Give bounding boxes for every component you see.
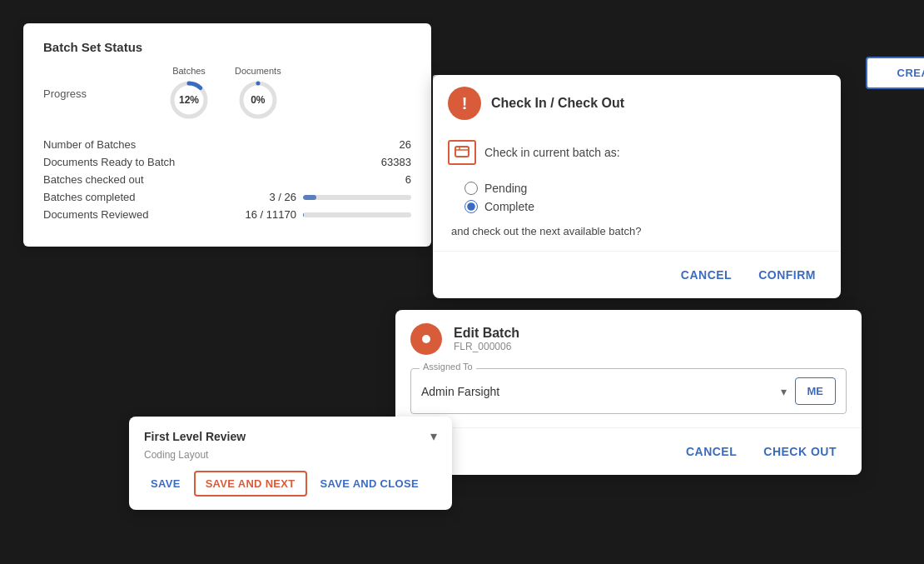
stat-value-1: 63383 [381,156,411,168]
progress-label: Progress [43,87,118,100]
save-button[interactable]: SAVE [144,472,187,495]
coding-layout-label: Coding Layout [144,449,437,461]
batches-label: Batches [172,66,206,76]
progress-circles: Batches 12% Documents 0% [168,66,281,121]
edit-batch-cancel-button[interactable]: CANCEL [676,438,747,465]
and-checkout-text: and check out the next available batch? [448,225,826,237]
save-and-next-button[interactable]: SAVE AND NEXT [194,471,307,497]
edit-batch-dialog: Edit Batch FLR_000006 Assigned To Admin … [395,310,862,475]
edit-batch-header: Edit Batch FLR_000006 [395,310,862,365]
batches-percent: 12% [179,94,199,106]
review-action-buttons: SAVE SAVE AND NEXT SAVE AND CLOSE [144,471,437,497]
documents-circle-group: Documents 0% [235,66,281,121]
assigned-name: Admin Farsight [421,385,499,398]
stat-row-checked-out: Batches checked out 6 [43,171,411,188]
stat-value-3: 3 / 26 [269,191,411,203]
batches-bar-fill [303,195,316,200]
edit-batch-checkout-button[interactable]: CHECK OUT [753,438,847,465]
review-expand-button[interactable]: ▾ [430,428,437,444]
docs-bar-fill [303,212,304,217]
svg-rect-4 [455,147,469,157]
chevron-down-icon: ▾ [781,385,787,398]
radio-options: Pending Complete [464,182,826,213]
assigned-to-row: Admin Farsight ▾ ME [421,377,836,405]
batch-status-card: Batch Set Status Progress Batches 12% Do… [23,23,431,247]
stat-label-4: Documents Reviewed [43,208,148,221]
documents-label: Documents [235,66,281,76]
checkin-dialog-title: Check In / Check Out [491,96,624,111]
edit-batch-title: Edit Batch [454,326,519,341]
assigned-select[interactable]: Admin Farsight ▾ [421,385,787,398]
stat-label-3: Batches completed [43,191,136,203]
documents-donut: 0% [237,79,279,121]
docs-bar [303,212,411,217]
radio-complete-input[interactable] [464,200,478,213]
stat-row-docs-ready: Documents Ready to Batch 63383 [43,153,411,171]
edit-batch-subtitle: FLR_000006 [454,341,519,352]
stat-label-1: Documents Ready to Batch [43,156,175,168]
checkin-cancel-button[interactable]: CANCEL [671,262,742,288]
edit-batch-title-group: Edit Batch FLR_000006 [454,326,519,352]
edit-batch-footer: CANCEL CHECK OUT [395,427,862,475]
dot-icon [422,335,430,343]
checkin-dialog-body: Check in current batch as: Pending Compl… [433,130,841,251]
edit-batch-body: Assigned To Admin Farsight ▾ ME [395,365,862,427]
stat-label-2: Batches checked out [43,173,144,186]
radio-complete-label: Complete [484,200,534,213]
stat-row-completed: Batches completed 3 / 26 [43,188,411,206]
edit-batch-icon [410,323,442,355]
review-toolbar: First Level Review ▾ Coding Layout SAVE … [129,417,452,510]
stat-value-0: 26 [400,138,411,151]
box-icon [448,140,476,165]
radio-complete[interactable]: Complete [464,200,826,213]
checkin-confirm-button[interactable]: CONFIRM [748,262,826,288]
batches-donut: 12% [168,79,210,121]
checkin-dialog-header: ! Check In / Check Out [433,75,841,130]
batches-circle-group: Batches 12% [168,66,210,121]
alert-icon: ! [448,87,481,120]
check-in-as-text: Check in current batch as: [484,146,620,159]
assigned-to-label: Assigned To [420,362,476,372]
save-and-close-button[interactable]: SAVE AND CLOSE [314,472,425,495]
assigned-to-field: Assigned To Admin Farsight ▾ ME [410,368,847,414]
stat-value-4: 16 / 11170 [246,208,411,221]
documents-percent: 0% [251,94,265,106]
batch-status-title: Batch Set Status [43,40,411,54]
stats-table: Number of Batches 26 Documents Ready to … [43,136,411,223]
stat-row-reviewed: Documents Reviewed 16 / 11170 [43,206,411,223]
stat-label-0: Number of Batches [43,138,136,151]
checkin-dialog-footer: CANCEL CONFIRM [433,251,841,298]
stat-value-2: 6 [405,173,411,186]
me-button[interactable]: ME [795,377,837,405]
radio-pending-label: Pending [484,182,527,195]
stat-row-batches: Number of Batches 26 [43,136,411,153]
create-batches-button[interactable]: CREATE BATCHES [866,57,924,89]
batches-bar [303,195,411,200]
review-title: First Level Review [144,430,246,443]
checkin-dialog: ! Check In / Check Out Check in current … [433,75,841,298]
review-header-row: First Level Review ▾ [144,428,437,444]
radio-pending[interactable]: Pending [464,182,826,195]
exclamation-icon: ! [462,95,468,112]
check-in-as-row: Check in current batch as: [448,135,826,170]
radio-pending-input[interactable] [464,182,478,195]
